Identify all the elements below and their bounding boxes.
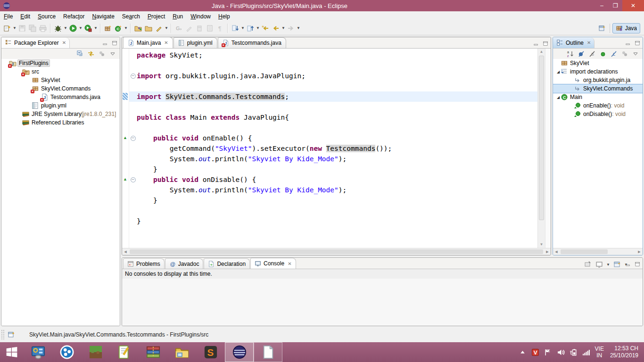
tree-expander-icon[interactable]: ◢ <box>556 95 561 99</box>
pkgexp-collapse-all-button[interactable] <box>75 49 84 58</box>
pkgexp-item-skyviet[interactable]: SkyViet <box>1 76 120 84</box>
editor-body[interactable]: ▲▲ package SkyViet;–import org.bukkit.pl… <box>122 49 551 248</box>
maximize-button[interactable]: ❐ <box>609 0 622 11</box>
taskbar-file-explorer[interactable] <box>167 342 196 362</box>
scroll-right-icon[interactable]: ► <box>636 248 643 255</box>
next-annotation-button[interactable] <box>230 23 240 33</box>
menu-source[interactable]: Source <box>34 12 59 21</box>
menu-refactor[interactable]: Refactor <box>59 12 88 21</box>
language-indicator[interactable]: VIE IN <box>595 346 604 359</box>
flag-icon[interactable] <box>544 348 553 356</box>
close-view-icon[interactable]: ✕ <box>62 40 66 45</box>
java-perspective-button[interactable]: J Java <box>612 23 640 33</box>
taskbar-clock[interactable]: 12:53 CH 25/10/2019 <box>610 345 638 359</box>
code-line-3[interactable]: –import org.bukkit.plugin.java.JavaPlugi… <box>129 71 537 81</box>
minimize-view-icon[interactable] <box>625 39 631 44</box>
new-java-package-button[interactable]: + <box>103 23 113 33</box>
close-view-icon[interactable]: ✕ <box>587 40 591 45</box>
minimize-button[interactable]: – <box>595 0 609 11</box>
fastview-icon[interactable]: ✦ <box>8 331 15 338</box>
dropdown-caret-icon[interactable]: ▼ <box>296 23 301 33</box>
editor-tab-main-java[interactable]: JMain.java✕ <box>123 37 173 48</box>
open-perspective-button[interactable]: + <box>597 23 607 33</box>
horizontal-scroll-thumb[interactable] <box>561 249 608 254</box>
code-line-12[interactable]: } <box>129 164 537 174</box>
editor-vertical-scrollbar[interactable]: ▲ ▼ <box>537 49 545 248</box>
code-line-6[interactable] <box>129 102 537 112</box>
menu-navigate[interactable]: Navigate <box>88 12 118 21</box>
menu-run[interactable]: Run <box>169 12 187 21</box>
dropdown-caret-icon[interactable]: ▼ <box>124 23 128 33</box>
code-line-5[interactable]: import SkyViet.Commands.Testcommands; <box>129 91 537 102</box>
new-wizard-button[interactable]: ✦ <box>2 23 12 33</box>
console-tab-javadoc[interactable]: @Javadoc <box>165 258 204 269</box>
dropdown-caret-icon[interactable]: ▼ <box>12 23 17 33</box>
minimize-view-icon[interactable] <box>625 260 631 265</box>
override-indicator-icon[interactable]: ▲ <box>123 176 128 183</box>
close-tab-icon[interactable]: ✕ <box>164 40 168 45</box>
open-plugin-artifact-button[interactable] <box>133 23 143 33</box>
dropdown-caret-icon[interactable]: ▼ <box>63 23 68 33</box>
maximize-view-icon[interactable] <box>111 39 118 44</box>
taskbar-blue-sphere-app[interactable] <box>52 342 81 362</box>
pkgexp-item-jre-system-library[interactable]: JRE System Library [jre1.8.0_231] <box>1 110 120 118</box>
maximize-editor-icon[interactable] <box>542 40 549 45</box>
maximize-view-icon[interactable] <box>634 260 641 265</box>
code-area[interactable]: package SkyViet;–import org.bukkit.plugi… <box>129 49 537 248</box>
outline-item-ondisable-[interactable]: onDisable() : void <box>553 110 643 118</box>
back-button[interactable] <box>271 23 281 33</box>
scroll-up-icon[interactable]: ▲ <box>538 49 545 55</box>
vertical-scroll-thumb[interactable] <box>539 56 544 220</box>
scroll-left-icon[interactable]: ◄ <box>553 248 560 255</box>
console-tab-console[interactable]: Console✕ <box>250 258 296 269</box>
editor-horizontal-scrollbar[interactable]: ◄ ► <box>122 248 551 255</box>
code-line-4[interactable] <box>129 81 537 91</box>
outline-hide-fields-button[interactable] <box>577 49 586 58</box>
display-console-button[interactable] <box>594 259 604 270</box>
battery-icon[interactable] <box>570 348 578 356</box>
pkgexp-view-menu-caret-button[interactable] <box>108 49 117 58</box>
outline-horizontal-scrollbar[interactable]: ◄ ► <box>553 248 643 255</box>
code-line-2[interactable] <box>129 60 537 71</box>
menu-search[interactable]: Search <box>118 12 144 21</box>
pkgexp-item-firstplugins[interactable]: J✕FirstPlugins <box>1 59 120 67</box>
code-line-11[interactable]: System.out.println("Skyviet By Kide_Mode… <box>129 154 537 164</box>
taskbar-notepad[interactable] <box>254 342 282 362</box>
code-line-16[interactable] <box>129 206 537 216</box>
code-line-14[interactable]: System.out.println("Skyviet By Kide_Mode… <box>129 185 537 195</box>
outline-item-import-declarations[interactable]: ◢import declarations <box>553 67 643 76</box>
outline-item-org-bukkit-plugin-ja[interactable]: org.bukkit.plugin.ja <box>553 76 643 84</box>
unikey-icon[interactable]: V <box>531 348 540 356</box>
code-line-1[interactable]: package SkyViet; <box>129 50 537 60</box>
outline-focus-dim-button[interactable] <box>620 49 629 58</box>
taskbar-notepad-plus-plus[interactable] <box>110 342 139 362</box>
scroll-down-icon[interactable]: ▼ <box>538 241 545 248</box>
run-button[interactable] <box>68 23 78 33</box>
code-line-15[interactable]: } <box>129 195 537 206</box>
outline-hide-static-button[interactable]: S <box>587 49 596 58</box>
fold-collapse-icon[interactable]: – <box>129 71 137 81</box>
tray-caret-icon[interactable] <box>519 348 527 356</box>
outline-item-main[interactable]: ◢CMain <box>553 93 643 101</box>
start-button[interactable] <box>0 342 24 362</box>
prev-annotation-button[interactable] <box>245 23 256 33</box>
taskbar-winrar[interactable] <box>139 342 167 362</box>
outline-hide-local-button[interactable]: L <box>609 49 618 58</box>
dropdown-caret-icon[interactable]: ▼ <box>256 23 260 33</box>
package-explorer-tab[interactable]: Package Explorer ✕ <box>1 38 70 48</box>
code-line-9[interactable]: – public void onEnable() { <box>129 133 537 143</box>
horizontal-scroll-thumb[interactable] <box>130 249 543 254</box>
annotation-ruler[interactable]: ▲▲ <box>122 49 129 248</box>
close-tab-icon[interactable]: ✕ <box>288 261 291 266</box>
dropdown-caret-icon[interactable]: ▼ <box>240 23 245 33</box>
run-external-button[interactable] <box>83 23 93 33</box>
editor-tab-testcommands-java[interactable]: J✕Testcommands.java <box>218 37 286 48</box>
dropdown-caret-icon[interactable]: ▼ <box>281 23 286 33</box>
pkgexp-link-editor-button[interactable] <box>86 49 95 58</box>
dropdown-caret-icon[interactable]: ▼ <box>164 23 169 33</box>
pkgexp-item-referenced-libraries[interactable]: Referenced Libraries <box>1 118 120 127</box>
code-line-13[interactable]: – public void onDisable() { <box>129 174 537 185</box>
pin-console-button[interactable] <box>582 259 593 270</box>
open-folder-button[interactable] <box>143 23 154 33</box>
pkgexp-focus-dim-button[interactable] <box>97 49 106 58</box>
